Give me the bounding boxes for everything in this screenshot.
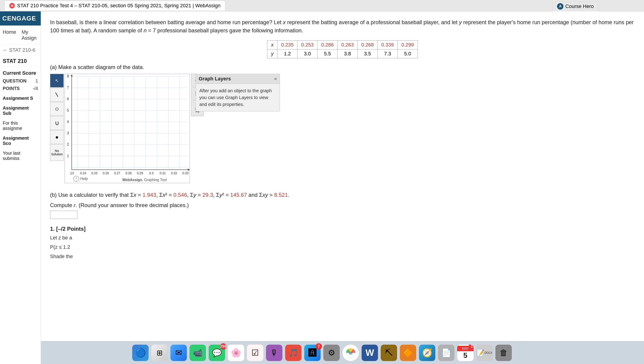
- main-content: In baseball, is there a linear correlati…: [41, 12, 644, 341]
- graph-svg[interactable]: 8 7 6 5 4 3 2 1 .23 0.24 0.25 0.26 0.27 …: [65, 74, 190, 183]
- dock-messages[interactable]: 💬 298: [209, 345, 225, 361]
- svg-marker-22: [70, 75, 73, 76]
- photos-icon: 🌸: [231, 348, 242, 358]
- svg-text:?: ?: [75, 177, 77, 181]
- no-solution-tool[interactable]: NoSolution: [50, 144, 64, 161]
- finder-icon: 🔵: [135, 348, 146, 358]
- question-1-sub2: P(z ≤ 1.2: [50, 243, 635, 251]
- graph-layers-title: Graph Layers: [199, 76, 231, 82]
- launchpad-icon: ⊞: [156, 348, 163, 357]
- svg-text:8: 8: [67, 74, 69, 78]
- word-icon: W: [366, 347, 374, 358]
- system-prefs-icon: ⚙: [328, 348, 335, 358]
- svg-text:.23: .23: [70, 171, 74, 175]
- graph-layers-close-btn[interactable]: «: [274, 76, 277, 82]
- minecraft-icon: ⛏: [385, 348, 393, 358]
- cengage-logo: CENGAGE: [0, 12, 41, 26]
- blender-icon: 🔶: [403, 348, 413, 358]
- dock-blender[interactable]: 🔶: [400, 345, 416, 361]
- dot-tool[interactable]: ●: [50, 130, 64, 144]
- svg-text:5: 5: [67, 108, 69, 112]
- dock-calendar[interactable]: MAY 5 1: [457, 345, 474, 361]
- svg-text:Help: Help: [80, 177, 88, 181]
- svg-text:0.29: 0.29: [137, 171, 143, 175]
- part-b-compute: Compute r. (Round your answer to three d…: [50, 202, 635, 208]
- line-icon: /: [54, 92, 60, 98]
- curve-icon: ∪: [55, 120, 59, 127]
- svg-text:3: 3: [67, 131, 69, 135]
- svg-marker-21: [188, 169, 190, 171]
- svg-text:0.25: 0.25: [91, 171, 98, 175]
- dock-safari[interactable]: 🧭: [419, 345, 435, 361]
- question-intro: In baseball, is there a linear correlati…: [50, 18, 635, 35]
- circle-icon: ○: [55, 105, 59, 113]
- calendar-day: 5: [463, 351, 468, 360]
- svg-text:0.31: 0.31: [160, 171, 166, 175]
- graph-layers-header: Graph Layers «: [196, 74, 280, 84]
- answer-box[interactable]: [50, 208, 635, 219]
- dock-system-prefs[interactable]: ⚙: [323, 345, 340, 361]
- sidebar-home[interactable]: Home: [0, 27, 19, 43]
- dock-app-store[interactable]: 🅰 7: [304, 345, 321, 361]
- reminders-icon: ☑: [252, 348, 259, 358]
- shade-label: Shade the: [50, 253, 635, 260]
- docx-icon: 📝: [476, 349, 484, 356]
- svg-text:7: 7: [67, 86, 69, 90]
- part-a-label: (a) Make a scatter diagram of the data.: [50, 64, 635, 70]
- dock-word[interactable]: W: [362, 345, 378, 361]
- dock-mail[interactable]: ✉: [170, 345, 187, 361]
- curve-tool[interactable]: ∪: [50, 116, 64, 130]
- svg-text:0.33: 0.33: [182, 171, 188, 175]
- active-tab[interactable]: W STAT 210 Practice Test 4 – STAT 210-05…: [4, 1, 225, 11]
- course-hero-tab[interactable]: A Course Hero: [552, 1, 598, 12]
- dock-minecraft[interactable]: ⛏: [381, 345, 397, 361]
- dock: 🔵 ⊞ ✉ 📹 💬 298 🌸 ☑ 🎙 🎵 🅰 7 ⚙: [0, 341, 644, 364]
- svg-text:WebAssign. Graphing Tool: WebAssign. Graphing Tool: [122, 178, 166, 182]
- app-store-badge: 7: [316, 343, 322, 350]
- for-this: For this assignme: [0, 117, 41, 132]
- music-icon: 🎵: [288, 348, 298, 358]
- dock-facetime[interactable]: 📹: [190, 345, 206, 361]
- svg-text:6: 6: [67, 97, 69, 101]
- messages-icon: 💬: [212, 348, 222, 357]
- dock-trash[interactable]: 🗑: [496, 345, 512, 361]
- browser-bar: W STAT 210 Practice Test 4 – STAT 210-05…: [0, 0, 644, 12]
- part-b-text: (b) Use a calculator to verify that Σx =…: [50, 190, 635, 200]
- assignment-sco: Assignment Sco: [0, 132, 41, 147]
- dock-chrome[interactable]: [342, 345, 359, 361]
- line-tool[interactable]: /: [50, 88, 64, 102]
- podcasts-icon: 🎙: [270, 348, 278, 358]
- toolbar: ↖ / ○ ∪ ● NoSolution: [50, 74, 64, 161]
- question-row: QUESTION 1: [0, 77, 41, 85]
- dock-photos[interactable]: 🌸: [228, 345, 244, 361]
- graph-layers-panel: Graph Layers « After you add an object t…: [196, 74, 280, 111]
- dock-finder[interactable]: 🔵: [132, 345, 148, 361]
- no-solution-label: NoSolution: [51, 149, 63, 156]
- svg-text:0.3: 0.3: [149, 171, 154, 175]
- question-1-sub: Let z be a: [50, 234, 635, 241]
- r-input[interactable]: [50, 211, 77, 219]
- dock-docx[interactable]: 📝 DOCX: [476, 345, 493, 361]
- sidebar-myassign[interactable]: My Assign: [19, 27, 41, 43]
- cursor-icon: ↖: [55, 78, 59, 83]
- dock-reminders[interactable]: ☑: [247, 345, 263, 361]
- points-row: POINTS -/4: [0, 85, 41, 92]
- sidebar-back[interactable]: ← STAT 210-6: [0, 45, 41, 56]
- question-1-label: 1. [–/2 Points]: [50, 226, 635, 232]
- data-table: x 0.235 0.253 0.286 0.263 0.268 0.339 0.…: [267, 40, 418, 58]
- assignment-s: Assignment S: [0, 92, 41, 102]
- mail-icon: ✉: [175, 348, 182, 358]
- cursor-tool[interactable]: ↖: [50, 74, 64, 88]
- trash-icon: 🗑: [500, 348, 508, 358]
- svg-text:0.26: 0.26: [103, 171, 109, 175]
- course-hero-icon: A: [557, 3, 564, 10]
- dock-launchpad[interactable]: ⊞: [151, 345, 168, 361]
- circle-tool[interactable]: ○: [50, 102, 64, 116]
- graph-container: ↖ / ○ ∪ ● NoSolution: [50, 74, 635, 183]
- dock-music[interactable]: 🎵: [285, 345, 302, 361]
- scripts-icon: 📄: [441, 348, 452, 358]
- dock-scripts[interactable]: 📄: [438, 345, 454, 361]
- dock-podcasts[interactable]: 🎙: [266, 345, 282, 361]
- svg-text:4: 4: [67, 120, 69, 124]
- graph-area-wrapper: 8 7 6 5 4 3 2 1 .23 0.24 0.25 0.26 0.27 …: [65, 74, 190, 183]
